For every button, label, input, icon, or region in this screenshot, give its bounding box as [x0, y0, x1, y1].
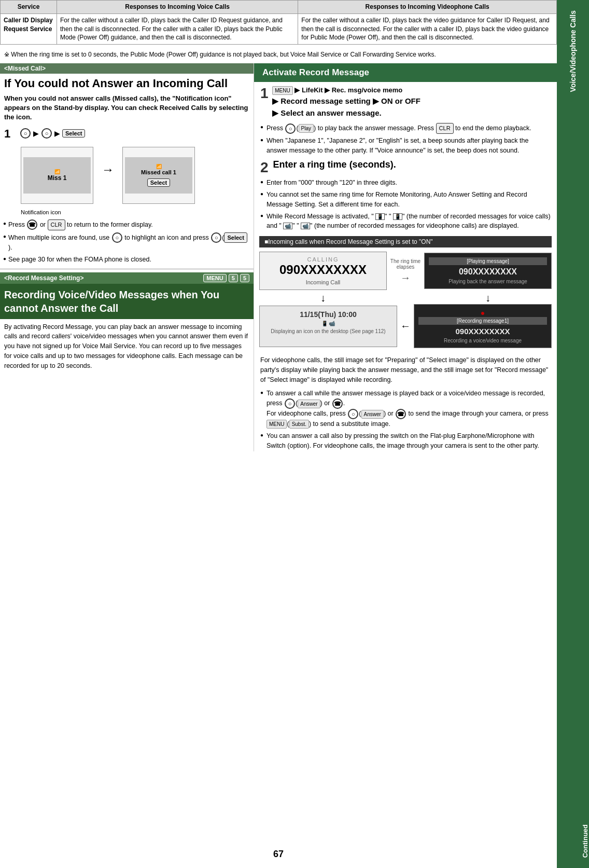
clr-box: CLR: [48, 219, 65, 230]
missed-call-bullet-2: When multiple icons are found, use ○ to …: [0, 231, 254, 254]
menu-num-5a: 5: [229, 274, 238, 282]
incoming-call-screen: CALLING 090XXXXXXXX Incoming Call: [259, 252, 387, 290]
record-message-body: By activating Record Message, you can pl…: [0, 319, 254, 374]
desktop-icons: 📱 📹: [264, 321, 392, 326]
rec-icon-voice2: 📱: [393, 213, 402, 220]
desktop-label: Displaying an icon on the desktop (See p…: [264, 328, 392, 334]
answer-circle-icon: ○: [285, 398, 295, 409]
for-video-text: For videophone calls, the still image se…: [254, 352, 557, 388]
activate-step1-bullet-1: Press ○(Play) to play back the answer me…: [254, 122, 557, 135]
rec-dot-icon: ●: [418, 309, 547, 317]
missed-call-title: If You could not Answer an Incoming Call: [0, 74, 254, 91]
table-cell-video: For the caller without a caller ID, play…: [298, 13, 557, 44]
play-icon: Play: [299, 124, 314, 133]
step2-title: Enter a ring time (seconds).: [273, 159, 396, 170]
answer-icon: Answer: [298, 399, 320, 408]
phone-images: 📶 Miss 1 → 📶 Missed call 1 Select: [0, 143, 254, 208]
page-number: 67: [273, 849, 284, 860]
clr-icon: CLR: [436, 123, 454, 134]
activate-step2-header: 2 Enter a ring time (seconds).: [254, 156, 557, 177]
select-answer-strong: ▶ Select an answer message.: [272, 108, 381, 117]
activate-step2-bullet-2: You cannot set the same ring time for Re…: [254, 189, 557, 211]
activate-step2-bullet-3: While Record Message is activated, " 📱" …: [254, 211, 557, 232]
ring-time-label: The ring time elapses: [390, 258, 421, 270]
sidebar-top-text: Voice/Videophone Calls: [568, 10, 578, 92]
rec-icon-vid1: 📹: [283, 223, 292, 229]
rec-icon-voice1: 📱: [375, 213, 385, 220]
play-circle: ○: [285, 123, 296, 134]
menu-icon: MENU: [203, 274, 226, 282]
service-table: Service Responses to Incoming Voice Call…: [0, 0, 557, 45]
table-row: Caller ID Display Request Service For th…: [1, 13, 557, 44]
menu-subst-icon: MENU: [267, 420, 287, 429]
menu-icon-group: MENU 5 5: [203, 274, 249, 282]
phone-screen-miss2: 📶 Missed call 1 Select: [122, 147, 195, 204]
arrow-icon-2: ▶: [54, 129, 60, 137]
ok-circle-icon: ○: [211, 232, 221, 243]
arrow-left-diagram: ←: [400, 320, 411, 332]
calling-text: CALLING: [264, 256, 382, 263]
select-button: Select: [62, 129, 85, 137]
missed-call-tag: <Missed Call>: [0, 63, 254, 74]
circle-icon-2: ○: [41, 128, 52, 139]
phone-icon-small: ☎: [27, 219, 37, 230]
arrow-lifekit: ▶ LifeKit ▶ Rec. msg/voice memo: [294, 86, 402, 94]
phone-screen-miss1: 📶 Miss 1: [21, 147, 93, 204]
menu-icon-inline: MENU: [272, 86, 292, 95]
circle-icon-1: ○: [20, 128, 31, 139]
sidebar: Voice/Videophone Calls Continued: [557, 0, 589, 868]
table-note: ※ When the ring time is set to 0 seconds…: [0, 48, 557, 63]
answer-bullet-2: You can answer a call also by pressing t…: [254, 430, 557, 452]
desktop-screen: 11/15(Thu) 10:00 📱 📹 Displaying an icon …: [259, 306, 397, 347]
activate-step2-bullet-1: Enter from "000" through "120" in three …: [254, 177, 557, 189]
phone-answer-icon: ☎: [332, 398, 343, 409]
missed-call-subtitle: When you could not answer calls (Missed …: [0, 92, 254, 126]
activate-step-num-1: 1: [260, 85, 269, 102]
missed-call-bullet-1: Press ☎ or CLR to return to the former d…: [0, 218, 254, 231]
arrow-right-diagram: →: [400, 272, 411, 284]
missed-call-bullet-3: See page 30 for when the FOMA phone is c…: [0, 254, 254, 266]
playing-screen: [Playing message] 090XXXXXXXX Playing ba…: [424, 253, 552, 289]
table-header-service: Service: [1, 1, 57, 14]
arrow-icon: ▶: [33, 129, 39, 137]
menu-num-5b: 5: [240, 274, 249, 282]
incoming-calls-diagram-header: ■Incoming calls when Record Message Sett…: [259, 236, 552, 247]
playing-number: 090XXXXXXXX: [429, 267, 547, 277]
record-message-tag-bar: <Record Message Setting> MENU 5 5: [0, 272, 254, 284]
table-header-voice: Responses to Incoming Voice Calls: [57, 1, 298, 14]
recording-label: Recording a voice/video message: [418, 338, 547, 343]
table-cell-voice: For the caller without a caller ID, play…: [57, 13, 298, 44]
playing-badge: [Playing message]: [429, 257, 547, 265]
recording-badge: [Recording message1]: [418, 317, 547, 325]
select-box-2: Select: [224, 232, 247, 243]
table-cell-service: Caller ID Display Request Service: [1, 13, 57, 44]
activate-step1-path: MENU ▶ LifeKit ▶ Rec. msg/voice memo ▶ R…: [272, 85, 420, 119]
answer-bullet-1: To answer a call while the answer messag…: [254, 388, 557, 430]
record-setting-strong: ▶ Record message setting ▶ ON or OFF: [272, 97, 420, 105]
sidebar-bottom-text: Continued: [581, 824, 589, 858]
subst-icon: Subst.: [289, 420, 309, 429]
activate-step1-bullet-2: When "Japanese 1", "Japanese 2", or "Eng…: [254, 135, 557, 157]
recording-screen: ● [Recording message1] 090XXXXXXXX Recor…: [414, 304, 552, 348]
arrow-right-icon: →: [102, 162, 114, 177]
incoming-number: 090XXXXXXXX: [264, 263, 382, 277]
vp-answer-circle: ○: [348, 409, 358, 419]
activate-step1: 1 MENU ▶ LifeKit ▶ Rec. msg/voice memo ▶…: [254, 82, 557, 122]
recording-number: 090XXXXXXXX: [418, 327, 547, 336]
missed-call-step1: 1 ○ ▶ ○ ▶ Select: [0, 125, 254, 143]
playing-label: Playing back the answer message: [429, 279, 547, 284]
activate-header: Activate Record Message: [254, 63, 557, 82]
rec-icon-vid2: 📹: [301, 223, 310, 229]
record-message-tag: <Record Message Setting>: [4, 274, 83, 282]
ring-time-area: The ring time elapses →: [390, 258, 421, 284]
nav-circle-icon: ○: [112, 232, 122, 243]
record-message-title: Recording Voice/Video Messages when You …: [0, 284, 254, 319]
incoming-call-label: Incoming Call: [264, 279, 382, 285]
step-number-1: 1: [4, 127, 17, 141]
vp-phone-icon: ☎: [396, 409, 406, 419]
activate-step-num-2: 2: [260, 159, 269, 176]
table-header-video: Responses to Incoming Videophone Calls: [298, 1, 557, 14]
arrow-down-right: ↓: [424, 292, 552, 304]
notification-label: Notification icon: [0, 208, 254, 218]
desktop-time: 11/15(Thu) 10:00: [264, 310, 392, 319]
